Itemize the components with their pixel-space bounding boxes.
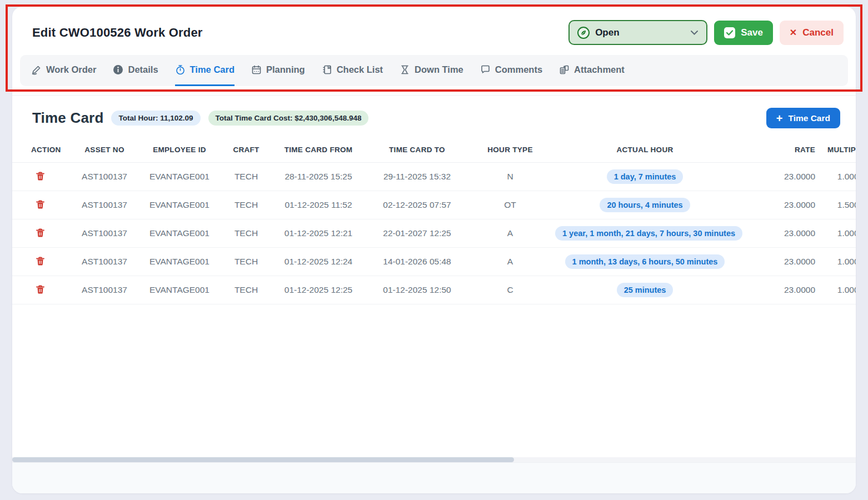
cell-action <box>12 163 71 191</box>
status-leaf-pen-icon <box>577 27 590 39</box>
check-icon <box>724 27 735 38</box>
delete-row-button[interactable] <box>34 198 46 212</box>
delete-row-button[interactable] <box>34 283 46 297</box>
table-row: AST100137EVANTAGE001TECH01-12-2025 12:21… <box>12 219 856 248</box>
timecard-section-header: Time Card Total Hour: 11,102.09 Total Ti… <box>12 96 856 137</box>
cell-craft: TECH <box>221 276 271 304</box>
attachment-icon <box>559 64 570 75</box>
cell-actual-hour: 20 hours, 4 minutes <box>552 191 738 219</box>
table-body: AST100137EVANTAGE001TECH28-11-2025 15:25… <box>12 163 856 304</box>
cell-action <box>12 248 71 276</box>
cell-actual-hour: 1 year, 1 month, 21 days, 7 hours, 30 mi… <box>552 219 738 248</box>
scrollbar-thumb[interactable] <box>12 457 514 462</box>
tab-label: Time Card <box>190 64 235 75</box>
trash-icon <box>36 203 45 211</box>
header-controls: Open Save ✕ Cancel <box>568 20 844 45</box>
cell-action <box>12 219 71 248</box>
cell-time-card-to: 14-01-2026 05:48 <box>366 248 468 276</box>
timecard-table: ACTIONASSET NOEMPLOYEE IDCRAFTTIME CARD … <box>12 137 856 304</box>
tab-planning[interactable]: Planning <box>251 55 305 86</box>
total-cost-badge: Total Time Card Cost: $2,430,306,548.948 <box>208 111 369 126</box>
pen-icon <box>31 64 42 75</box>
column-header-rate: RATE <box>738 137 819 163</box>
actual-hour-pill: 20 hours, 4 minutes <box>600 198 690 212</box>
status-dropdown-value: Open <box>595 27 690 38</box>
trash-icon <box>36 288 45 296</box>
cell-action <box>12 276 71 304</box>
comment-icon <box>480 64 491 75</box>
actual-hour-pill: 1 day, 7 minutes <box>607 169 684 184</box>
delete-row-button[interactable] <box>34 170 46 184</box>
tab-attachment[interactable]: Attachment <box>559 55 625 86</box>
cell-employee-id: EVANTAGE001 <box>138 276 221 304</box>
column-header-multiplier: MULTIPLIER <box>819 137 856 163</box>
tabbar-wrap: Work OrderDetailsTime CardPlanningCheck … <box>12 45 856 86</box>
save-button[interactable]: Save <box>714 21 773 45</box>
column-header-craft: CRAFT <box>221 137 271 163</box>
tab-label: Down Time <box>415 64 463 75</box>
hourglass-icon <box>400 64 410 75</box>
cell-multiplier: 1.0000 <box>819 219 856 248</box>
tab-label: Planning <box>266 64 305 75</box>
add-time-card-button[interactable]: + Time Card <box>766 108 840 128</box>
cell-hour-type: A <box>468 248 552 276</box>
cell-hour-type: A <box>468 219 552 248</box>
delete-row-button[interactable] <box>34 255 46 269</box>
actual-hour-pill: 1 year, 1 month, 21 days, 7 hours, 30 mi… <box>555 226 742 241</box>
cell-multiplier: 1.5000 <box>819 191 856 219</box>
section-title: Time Card <box>32 109 103 127</box>
page-title: Edit CWO100526 Work Order <box>32 26 203 40</box>
timecard-table-container: ACTIONASSET NOEMPLOYEE IDCRAFTTIME CARD … <box>12 137 856 304</box>
tab-down-time[interactable]: Down Time <box>400 55 463 86</box>
tab-label: Comments <box>495 64 542 75</box>
cell-employee-id: EVANTAGE001 <box>138 219 221 248</box>
cell-asset-no: AST100137 <box>71 191 138 219</box>
cell-employee-id: EVANTAGE001 <box>138 163 221 191</box>
table-header-row: ACTIONASSET NOEMPLOYEE IDCRAFTTIME CARD … <box>12 137 856 163</box>
tab-label: Attachment <box>574 64 625 75</box>
table-row: AST100137EVANTAGE001TECH28-11-2025 15:25… <box>12 163 856 191</box>
column-header-employee-id: EMPLOYEE ID <box>138 137 221 163</box>
cell-craft: TECH <box>221 163 271 191</box>
tabbar: Work OrderDetailsTime CardPlanningCheck … <box>20 55 848 86</box>
column-header-hour-type: HOUR TYPE <box>468 137 552 163</box>
work-order-edit-card: Edit CWO100526 Work Order Open Save ✕ Ca… <box>12 7 856 493</box>
column-header-time-card-to: TIME CARD TO <box>366 137 468 163</box>
trash-icon <box>36 259 45 268</box>
cancel-button[interactable]: ✕ Cancel <box>780 21 844 45</box>
cell-rate: 23.0000 <box>738 219 819 248</box>
cell-time-card-to: 22-01-2027 12:25 <box>366 219 468 248</box>
column-header-actual-hour: ACTUAL HOUR <box>552 137 738 163</box>
tab-details[interactable]: Details <box>113 55 158 86</box>
cell-rate: 23.0000 <box>738 248 819 276</box>
total-hour-badge: Total Hour: 11,102.09 <box>111 111 200 126</box>
x-icon: ✕ <box>790 27 797 38</box>
cell-craft: TECH <box>221 248 271 276</box>
status-dropdown[interactable]: Open <box>568 20 707 45</box>
table-row: AST100137EVANTAGE001TECH01-12-2025 12:25… <box>12 276 856 304</box>
tab-check-list[interactable]: Check List <box>322 55 383 86</box>
table-row: AST100137EVANTAGE001TECH01-12-2025 11:52… <box>12 191 856 219</box>
save-button-label: Save <box>741 27 763 38</box>
tab-work-order[interactable]: Work Order <box>31 55 96 86</box>
tab-time-card[interactable]: Time Card <box>175 55 235 86</box>
cell-asset-no: AST100137 <box>71 248 138 276</box>
cell-time-card-from: 01-12-2025 11:52 <box>271 191 366 219</box>
tab-comments[interactable]: Comments <box>480 55 542 86</box>
stopwatch-icon <box>175 64 186 75</box>
cell-craft: TECH <box>221 191 271 219</box>
tab-label: Check List <box>337 64 383 75</box>
delete-row-button[interactable] <box>34 227 46 241</box>
cell-time-card-to: 29-11-2025 15:32 <box>366 163 468 191</box>
cell-actual-hour: 1 day, 7 minutes <box>552 163 738 191</box>
table-row: AST100137EVANTAGE001TECH01-12-2025 12:24… <box>12 248 856 276</box>
cell-hour-type: OT <box>468 191 552 219</box>
horizontal-scrollbar[interactable] <box>12 457 856 462</box>
cell-time-card-from: 28-11-2025 15:25 <box>271 163 366 191</box>
column-header-action: ACTION <box>12 137 71 163</box>
cell-craft: TECH <box>221 219 271 248</box>
plus-icon: + <box>776 113 783 124</box>
cancel-button-label: Cancel <box>802 27 834 38</box>
cell-employee-id: EVANTAGE001 <box>138 248 221 276</box>
cell-multiplier: 1.0000 <box>819 276 856 304</box>
